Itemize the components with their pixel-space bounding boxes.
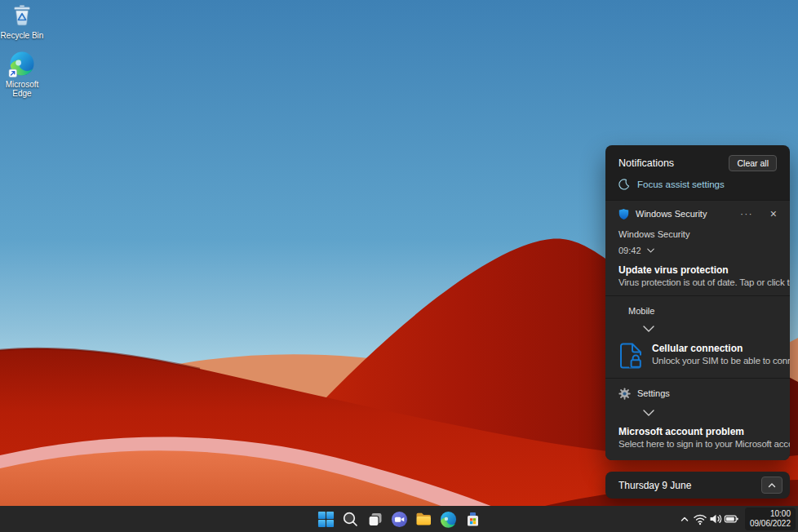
desktop-icon-label: Microsoft Edge (0, 80, 44, 98)
notification-app-row: Settings (618, 385, 777, 401)
hidden-icons-button[interactable] (677, 509, 693, 529)
task-view-icon (366, 511, 383, 528)
expand-chevron-icon[interactable] (643, 326, 654, 332)
desktop-icon-label: Recycle Bin (1, 31, 44, 40)
edge-browser-button[interactable] (438, 509, 458, 529)
notification-settings[interactable]: Settings Microsoft account problem Selec… (605, 378, 790, 460)
clear-all-button[interactable]: Clear all (729, 155, 777, 171)
desktop-icon-microsoft-edge[interactable]: Microsoft Edge (0, 51, 44, 98)
notification-body: Select here to sign in to your Microsoft… (618, 439, 790, 449)
battery-button[interactable] (724, 509, 739, 529)
notification-timestamp-row[interactable]: 09:42 (618, 246, 777, 255)
notification-app-name: Mobile (628, 306, 777, 316)
notification-body: Virus protection is out of date. Tap or … (618, 277, 790, 287)
file-explorer-button[interactable] (414, 509, 433, 529)
gear-icon (618, 388, 631, 400)
focus-assist-label: Focus assist settings (637, 180, 725, 189)
notification-timestamp: 09:42 (618, 246, 641, 255)
chevron-up-icon (678, 512, 691, 525)
notification-title: Cellular connection (652, 343, 777, 354)
notification-content: Cellular connection Unlock your SIM to b… (618, 342, 777, 370)
date-label: Thursday 9 June (618, 480, 691, 491)
close-notification-button[interactable]: × (770, 208, 777, 219)
desktop-screen: Recycle Bin Microsoft Edge Notifications… (0, 0, 798, 532)
chevron-down-icon (647, 248, 654, 253)
calendar-flyout-bar[interactable]: Thursday 9 June (605, 472, 790, 499)
collapse-calendar-button[interactable] (761, 477, 782, 494)
expand-chevron-icon[interactable] (643, 410, 654, 416)
microsoft-store-button[interactable] (463, 509, 482, 529)
notification-center: Notifications Clear all Focus assist set… (605, 145, 790, 460)
tray-time: 10:00 (750, 509, 791, 519)
teams-chat-button[interactable] (389, 509, 409, 529)
system-tray: 10:00 09/06/2022 (677, 506, 798, 532)
recycle-bin-icon (9, 3, 35, 29)
battery-icon (724, 512, 739, 526)
volume-button[interactable] (708, 509, 724, 529)
notification-body: Unlock your SIM to be able to connect (652, 356, 790, 366)
notification-mobile[interactable]: Mobile Cellular connection Unlock your S… (605, 295, 790, 378)
file-explorer-icon (415, 510, 432, 528)
notification-windows-security[interactable]: Windows Security ··· × Windows Security … (605, 200, 790, 295)
edge-icon (8, 51, 36, 78)
windows-start-icon (317, 511, 335, 528)
more-options-button[interactable]: ··· (740, 209, 753, 219)
tray-date: 09/06/2022 (750, 519, 791, 529)
edge-icon (440, 511, 457, 528)
moon-icon (618, 179, 630, 190)
notifications-title: Notifications (618, 157, 674, 169)
taskbar: 10:00 09/06/2022 (0, 506, 798, 532)
notification-title: Microsoft account problem (618, 426, 777, 437)
focus-assist-settings-link[interactable]: Focus assist settings (605, 176, 790, 200)
wifi-icon (693, 512, 707, 526)
notification-app-name: Windows Security (636, 209, 734, 219)
shield-icon (618, 208, 629, 220)
notification-text-column: Cellular connection Unlock your SIM to b… (652, 342, 777, 366)
notification-title: Update virus protection (618, 264, 777, 276)
chat-icon (391, 511, 408, 528)
sim-lock-icon (618, 342, 643, 370)
desktop-icon-recycle-bin[interactable]: Recycle Bin (0, 3, 44, 40)
notification-app-row: Windows Security ··· × (618, 204, 777, 224)
clock-and-date[interactable]: 10:00 09/06/2022 (745, 508, 796, 530)
start-button[interactable] (316, 509, 335, 529)
chevron-up-icon (768, 482, 776, 488)
speaker-icon (708, 512, 723, 526)
task-view-button[interactable] (365, 509, 384, 529)
store-icon (464, 511, 481, 528)
search-button[interactable] (340, 509, 360, 529)
notification-subtitle: Windows Security (618, 229, 777, 239)
notification-app-name: Settings (637, 388, 777, 398)
notification-header: Notifications Clear all (605, 145, 790, 176)
taskbar-app-icons (316, 506, 482, 532)
search-icon (342, 511, 358, 527)
network-button[interactable] (693, 509, 708, 529)
